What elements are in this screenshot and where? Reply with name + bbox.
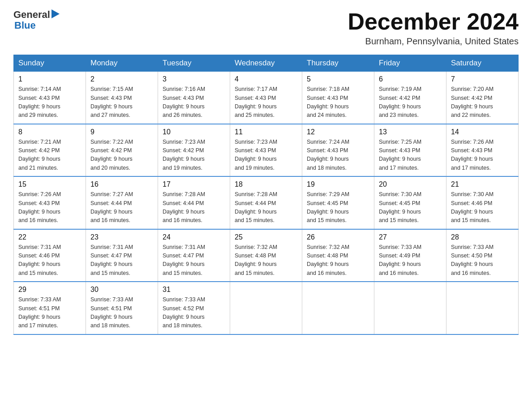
day-number: 22	[18, 233, 81, 241]
calendar-cell: 6Sunrise: 7:19 AMSunset: 4:42 PMDaylight…	[374, 72, 446, 124]
day-number: 17	[163, 180, 225, 188]
logo-triangle-icon	[51, 9, 60, 20]
day-number: 18	[235, 180, 297, 188]
day-number: 15	[18, 180, 81, 188]
day-number: 16	[90, 180, 153, 188]
calendar-cell: 5Sunrise: 7:18 AMSunset: 4:43 PMDaylight…	[302, 72, 374, 124]
weekday-header-wednesday: Wednesday	[230, 55, 302, 72]
day-info: Sunrise: 7:23 AMSunset: 4:43 PMDaylight:…	[235, 138, 297, 173]
calendar-cell: 18Sunrise: 7:28 AMSunset: 4:44 PMDayligh…	[230, 176, 302, 229]
weekday-header-sunday: Sunday	[14, 55, 86, 72]
day-number: 1	[18, 75, 81, 83]
day-info: Sunrise: 7:18 AMSunset: 4:43 PMDaylight:…	[307, 85, 369, 120]
calendar-cell: 27Sunrise: 7:33 AMSunset: 4:49 PMDayligh…	[374, 229, 446, 282]
week-row-1: 1Sunrise: 7:14 AMSunset: 4:43 PMDaylight…	[14, 72, 519, 124]
day-info: Sunrise: 7:30 AMSunset: 4:46 PMDaylight:…	[451, 190, 514, 225]
calendar-cell: 1Sunrise: 7:14 AMSunset: 4:43 PMDaylight…	[14, 72, 86, 124]
day-info: Sunrise: 7:33 AMSunset: 4:51 PMDaylight:…	[18, 295, 81, 330]
calendar-cell	[302, 282, 374, 334]
day-info: Sunrise: 7:28 AMSunset: 4:44 PMDaylight:…	[235, 190, 297, 225]
day-number: 31	[163, 286, 225, 294]
calendar-cell: 15Sunrise: 7:26 AMSunset: 4:43 PMDayligh…	[14, 176, 86, 229]
calendar-cell: 24Sunrise: 7:31 AMSunset: 4:47 PMDayligh…	[158, 229, 230, 282]
calendar-cell: 9Sunrise: 7:22 AMSunset: 4:42 PMDaylight…	[86, 124, 158, 177]
calendar-cell: 2Sunrise: 7:15 AMSunset: 4:43 PMDaylight…	[86, 72, 158, 124]
calendar-cell: 22Sunrise: 7:31 AMSunset: 4:46 PMDayligh…	[14, 229, 86, 282]
calendar-cell: 28Sunrise: 7:33 AMSunset: 4:50 PMDayligh…	[446, 229, 519, 282]
day-number: 7	[451, 75, 514, 83]
day-number: 13	[379, 128, 442, 136]
weekday-header-saturday: Saturday	[446, 55, 519, 72]
calendar-cell: 10Sunrise: 7:23 AMSunset: 4:42 PMDayligh…	[158, 124, 230, 177]
calendar-cell: 3Sunrise: 7:16 AMSunset: 4:43 PMDaylight…	[158, 72, 230, 124]
calendar-cell	[230, 282, 302, 334]
calendar-cell: 31Sunrise: 7:33 AMSunset: 4:52 PMDayligh…	[158, 282, 230, 334]
calendar-cell: 21Sunrise: 7:30 AMSunset: 4:46 PMDayligh…	[446, 176, 519, 229]
day-info: Sunrise: 7:31 AMSunset: 4:47 PMDaylight:…	[90, 243, 153, 278]
day-info: Sunrise: 7:31 AMSunset: 4:47 PMDaylight:…	[163, 243, 225, 278]
weekday-header-friday: Friday	[374, 55, 446, 72]
calendar-cell: 11Sunrise: 7:23 AMSunset: 4:43 PMDayligh…	[230, 124, 302, 177]
day-info: Sunrise: 7:33 AMSunset: 4:49 PMDaylight:…	[379, 243, 442, 278]
svg-marker-0	[51, 9, 60, 18]
calendar-cell	[446, 282, 519, 334]
logo-blue-text: Blue	[14, 20, 36, 31]
day-info: Sunrise: 7:32 AMSunset: 4:48 PMDaylight:…	[235, 243, 297, 278]
day-info: Sunrise: 7:26 AMSunset: 4:43 PMDaylight:…	[451, 138, 514, 173]
weekday-header-thursday: Thursday	[302, 55, 374, 72]
day-number: 21	[451, 180, 514, 188]
calendar-cell: 12Sunrise: 7:24 AMSunset: 4:43 PMDayligh…	[302, 124, 374, 177]
day-number: 11	[235, 128, 297, 136]
day-info: Sunrise: 7:26 AMSunset: 4:43 PMDaylight:…	[18, 190, 81, 225]
weekday-header-monday: Monday	[86, 55, 158, 72]
day-info: Sunrise: 7:30 AMSunset: 4:45 PMDaylight:…	[379, 190, 442, 225]
day-number: 4	[235, 75, 297, 83]
day-number: 2	[90, 75, 153, 83]
calendar-cell: 26Sunrise: 7:32 AMSunset: 4:48 PMDayligh…	[302, 229, 374, 282]
day-info: Sunrise: 7:31 AMSunset: 4:46 PMDaylight:…	[18, 243, 81, 278]
calendar-cell: 29Sunrise: 7:33 AMSunset: 4:51 PMDayligh…	[14, 282, 86, 334]
week-row-2: 8Sunrise: 7:21 AMSunset: 4:42 PMDaylight…	[14, 124, 519, 177]
weekday-header-tuesday: Tuesday	[158, 55, 230, 72]
day-number: 27	[379, 233, 442, 241]
day-number: 20	[379, 180, 442, 188]
calendar-cell: 8Sunrise: 7:21 AMSunset: 4:42 PMDaylight…	[14, 124, 86, 177]
calendar-cell: 17Sunrise: 7:28 AMSunset: 4:44 PMDayligh…	[158, 176, 230, 229]
day-number: 19	[307, 180, 369, 188]
day-number: 26	[307, 233, 369, 241]
week-row-5: 29Sunrise: 7:33 AMSunset: 4:51 PMDayligh…	[14, 282, 519, 334]
day-number: 28	[451, 233, 514, 241]
day-info: Sunrise: 7:25 AMSunset: 4:43 PMDaylight:…	[379, 138, 442, 173]
day-info: Sunrise: 7:28 AMSunset: 4:44 PMDaylight:…	[163, 190, 225, 225]
day-info: Sunrise: 7:29 AMSunset: 4:45 PMDaylight:…	[307, 190, 369, 225]
logo: General Blue	[13, 9, 60, 31]
day-number: 25	[235, 233, 297, 241]
calendar-cell	[374, 282, 446, 334]
day-number: 6	[379, 75, 442, 83]
week-row-3: 15Sunrise: 7:26 AMSunset: 4:43 PMDayligh…	[14, 176, 519, 229]
day-number: 23	[90, 233, 153, 241]
day-info: Sunrise: 7:33 AMSunset: 4:52 PMDaylight:…	[163, 295, 225, 330]
day-info: Sunrise: 7:16 AMSunset: 4:43 PMDaylight:…	[163, 85, 225, 120]
calendar-cell: 30Sunrise: 7:33 AMSunset: 4:51 PMDayligh…	[86, 282, 158, 334]
month-title: December 2024	[348, 9, 519, 34]
calendar-table: SundayMondayTuesdayWednesdayThursdayFrid…	[13, 55, 519, 335]
day-info: Sunrise: 7:21 AMSunset: 4:42 PMDaylight:…	[18, 138, 81, 173]
day-info: Sunrise: 7:32 AMSunset: 4:48 PMDaylight:…	[307, 243, 369, 278]
day-number: 8	[18, 128, 81, 136]
day-number: 24	[163, 233, 225, 241]
day-info: Sunrise: 7:14 AMSunset: 4:43 PMDaylight:…	[18, 85, 81, 120]
day-number: 12	[307, 128, 369, 136]
calendar-cell: 14Sunrise: 7:26 AMSunset: 4:43 PMDayligh…	[446, 124, 519, 177]
day-info: Sunrise: 7:23 AMSunset: 4:42 PMDaylight:…	[163, 138, 225, 173]
calendar-cell: 19Sunrise: 7:29 AMSunset: 4:45 PMDayligh…	[302, 176, 374, 229]
logo-general-text: General	[13, 9, 50, 21]
week-row-4: 22Sunrise: 7:31 AMSunset: 4:46 PMDayligh…	[14, 229, 519, 282]
day-info: Sunrise: 7:27 AMSunset: 4:44 PMDaylight:…	[90, 190, 153, 225]
calendar-cell: 13Sunrise: 7:25 AMSunset: 4:43 PMDayligh…	[374, 124, 446, 177]
day-info: Sunrise: 7:15 AMSunset: 4:43 PMDaylight:…	[90, 85, 153, 120]
day-number: 9	[90, 128, 153, 136]
day-info: Sunrise: 7:17 AMSunset: 4:43 PMDaylight:…	[235, 85, 297, 120]
day-number: 10	[163, 128, 225, 136]
calendar-cell: 7Sunrise: 7:20 AMSunset: 4:42 PMDaylight…	[446, 72, 519, 124]
